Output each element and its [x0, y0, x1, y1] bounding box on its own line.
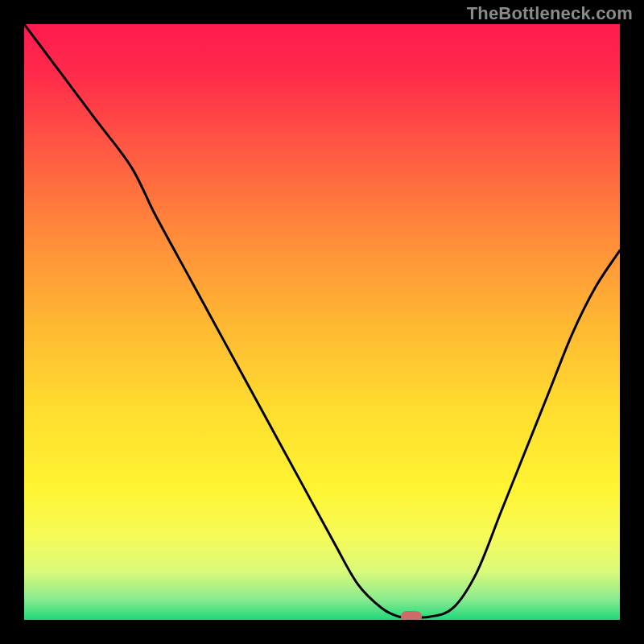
watermark-text: TheBottleneck.com	[467, 3, 633, 24]
plot-area	[24, 24, 620, 620]
bottleneck-curve	[24, 24, 620, 620]
optimal-marker	[401, 611, 422, 620]
chart-frame: TheBottleneck.com	[0, 0, 644, 644]
